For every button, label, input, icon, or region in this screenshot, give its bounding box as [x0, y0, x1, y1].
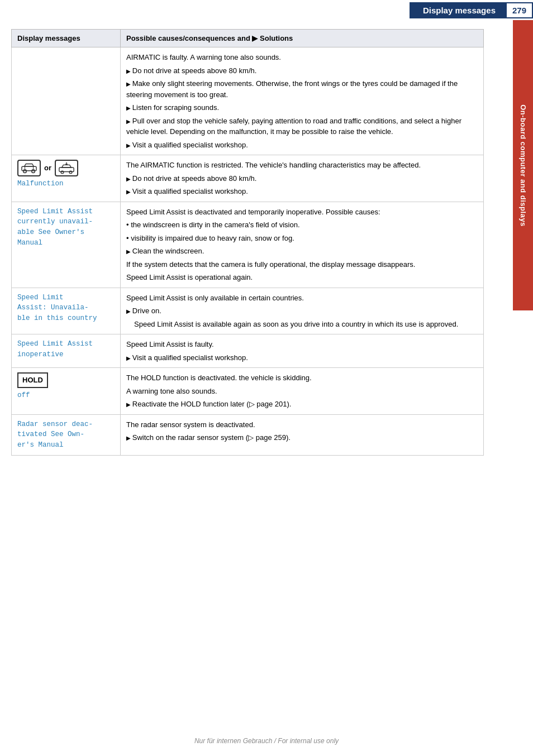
display-msg-cell-2: or M [12, 155, 121, 202]
content-cell-6: The HOLD function is deactivated. the ve… [121, 368, 484, 415]
content-cell-7: The radar sensor system is deactivated. … [121, 414, 484, 455]
display-msg-cell-1 [12, 47, 121, 155]
line-arrow: Visit a qualified specialist workshop. [126, 186, 478, 197]
col2-header: Possible causes/consequences and ▶ Solut… [121, 30, 484, 47]
content-cell-5: Speed Limit Assist is faulty. Visit a qu… [121, 334, 484, 368]
footer-text: Nur für internen Gebrauch / For internal… [194, 737, 339, 745]
line-dot: visibility is impaired due to heavy rain… [126, 233, 478, 244]
line-arrow: Switch on the radar sensor system (▷ pag… [126, 432, 478, 443]
content-cell-2: The AIRMATIC function is restricted. The… [121, 155, 484, 202]
footer: Nur für internen Gebrauch / For internal… [0, 737, 533, 745]
line-text: The radar sensor system is deactivated. [126, 419, 478, 430]
display-msg-cell-5: Speed Limit Assistinoperative [12, 334, 121, 368]
display-msg-malfunction: Malfunction [17, 179, 115, 189]
line-arrow: Reactivate the HOLD function later (▷ pa… [126, 399, 478, 410]
solutions-arrow: ▶ [252, 34, 258, 42]
content-cell-1: AIRMATIC is faulty. A warning tone also … [121, 47, 484, 155]
icon-cell: or [17, 160, 115, 176]
header-title: Display messages [410, 2, 506, 18]
line-arrow: Drive on. [126, 305, 478, 317]
display-messages-table: Display messages Possible causes/consequ… [11, 29, 484, 456]
display-msg-cell-4: Speed LimitAssist: Unavaila-ble in this … [12, 288, 121, 334]
display-msg-cell-3: Speed Limit Assistcurrently unavail-able… [12, 202, 121, 288]
table-row: Radar sensor deac-tivated See Own-er's M… [12, 414, 484, 455]
line-arrow: Make only slight steering movements. Oth… [126, 78, 478, 100]
line-arrow: Pull over and stop the vehicle safely, p… [126, 116, 478, 137]
side-label-text: On-board computer and displays [519, 104, 527, 227]
header-title-text: Display messages [423, 6, 496, 15]
line-text: Speed Limit Assist is operational again. [126, 272, 478, 283]
display-msg-speed-limit-country: Speed LimitAssist: Unavaila-ble in this … [17, 293, 115, 324]
table-row: Speed Limit Assistcurrently unavail-able… [12, 202, 484, 288]
header-bar: Display messages 279 [0, 0, 533, 20]
table-row: Speed Limit Assistinoperative Speed Limi… [12, 334, 484, 368]
table-row: Speed LimitAssist: Unavaila-ble in this … [12, 288, 484, 334]
line-text: The HOLD function is deactivated. the ve… [126, 372, 478, 384]
hold-box-wrapper: HOLD [17, 372, 115, 388]
line-arrow: Do not drive at speeds above 80 km/h. [126, 173, 478, 184]
table-row: HOLD off The HOLD function is deactivate… [12, 368, 484, 415]
line-arrow: Listen for scraping sounds. [126, 102, 478, 113]
airmatic-svg-2 [58, 162, 75, 174]
display-msg-speed-limit-inop: Speed Limit Assistinoperative [17, 339, 115, 360]
display-msg-radar: Radar sensor deac-tivated See Own-er's M… [17, 419, 115, 451]
main-content: Display messages Possible causes/consequ… [0, 20, 513, 467]
line-arrow: Do not drive at speeds above 80 km/h. [126, 65, 478, 76]
svg-marker-1 [25, 164, 34, 167]
airmatic-icon-1 [17, 160, 41, 176]
airmatic-svg-1 [21, 162, 37, 174]
svg-point-3 [32, 170, 35, 173]
side-label: On-board computer and displays [513, 20, 533, 310]
line-text: The AIRMATIC function is restricted. The… [126, 160, 478, 171]
display-msg-cell-6: HOLD off [12, 368, 121, 415]
or-text: or [44, 162, 51, 174]
display-msg-cell-7: Radar sensor deac-tivated See Own-er's M… [12, 414, 121, 455]
table-row: AIRMATIC is faulty. A warning tone also … [12, 47, 484, 155]
display-msg-speed-limit-unavail: Speed Limit Assistcurrently unavail-able… [17, 207, 115, 248]
line-arrow: Visit a qualified specialist workshop. [126, 352, 478, 363]
line-dot: the windscreen is dirty in the camera's … [126, 219, 478, 231]
line-text: A warning tone also sounds. [126, 386, 478, 397]
line-text: Speed Limit Assist is deactivated and te… [126, 207, 478, 218]
airmatic-icon-2 [55, 160, 78, 176]
svg-point-2 [23, 170, 27, 173]
line-text: If the system detects that the camera is… [126, 259, 478, 270]
svg-point-8 [61, 171, 64, 174]
content-cell-4: Speed Limit Assist is only available in … [121, 288, 484, 334]
line-arrow: Clean the windscreen. [126, 246, 478, 257]
content-cell-3: Speed Limit Assist is deactivated and te… [121, 202, 484, 288]
line-indent: Speed Limit Assist is available again as… [126, 319, 478, 330]
table-row: or M [12, 155, 484, 202]
line-text: Speed Limit Assist is only available in … [126, 293, 478, 304]
table-header-row: Display messages Possible causes/consequ… [12, 30, 484, 47]
page-number: 279 [506, 2, 533, 18]
line-text: Speed Limit Assist is faulty. [126, 339, 478, 350]
svg-point-9 [69, 171, 72, 174]
col1-header: Display messages [12, 30, 121, 47]
hold-label: HOLD [17, 372, 48, 388]
off-label: off [17, 390, 115, 401]
line-text: AIRMATIC is faulty. A warning tone also … [126, 52, 478, 63]
line-arrow: Visit a qualified specialist workshop. [126, 140, 478, 151]
